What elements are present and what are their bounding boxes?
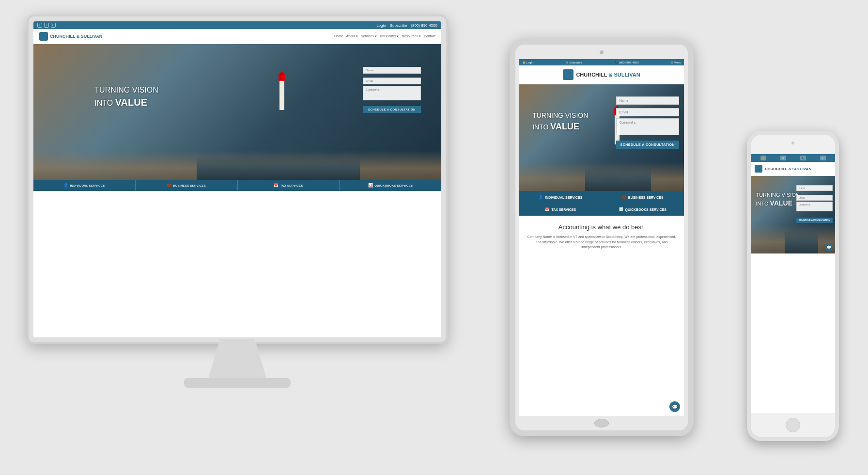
tablet-tax-label: TAX SERVICES	[551, 208, 576, 211]
tablet-topbar: 🔒 Login ✉ Subscribe 📞 (800) 896-4500 ≡ M…	[519, 59, 684, 65]
tablet-business-icon: 💼	[622, 195, 626, 199]
phone-frame: 🔒 ✉ 📞 ≡ CHURCHILL & SULLIVAN	[747, 131, 839, 441]
phone-comments-input[interactable]	[796, 202, 833, 211]
twitter-icon[interactable]: t	[44, 23, 49, 28]
nav-contact[interactable]: Contact	[424, 34, 435, 38]
phone-menu-icon[interactable]: ≡	[820, 156, 826, 160]
logo-icon	[39, 32, 48, 41]
service-tax-label: TAX SERVICES	[280, 184, 303, 187]
tablet-hero-line1: TURNING VISION	[532, 111, 588, 121]
phone-home-button[interactable]	[786, 418, 800, 432]
service-business[interactable]: 💼 BUSINESS SERVICES	[136, 180, 238, 191]
phone-hero-text: TURNING VISION INTO VALUE	[756, 191, 799, 208]
nav-tax-center[interactable]: Tax Center ▾	[380, 34, 399, 38]
service-individual-label: INDIVIDUAL SERVICES	[70, 184, 105, 187]
service-quickbooks-label: QUICKBOOKS SERVICES	[374, 184, 413, 187]
tablet-screen: 🔒 Login ✉ Subscribe 📞 (800) 896-4500 ≡ M…	[519, 59, 684, 416]
tablet-hero: TURNING VISION INTO VALUE SCHEDULE A CON…	[519, 84, 684, 191]
monitor-stand	[208, 339, 266, 378]
tablet-frame: 🔒 Login ✉ Subscribe 📞 (800) 896-4500 ≡ M…	[510, 39, 694, 436]
phone-call-icon: 📞	[800, 156, 806, 160]
nav-services[interactable]: Services ▾	[361, 34, 377, 38]
phone-link[interactable]: (800) 896-4500	[411, 23, 437, 28]
tablet-brand-amp: &	[608, 72, 614, 78]
hero-background: TURNING VISION INTO VALUE SCHEDULE A CON…	[33, 44, 441, 180]
hero-email-input[interactable]	[363, 78, 421, 84]
tablet-hero-text: TURNING VISION INTO VALUE	[532, 111, 588, 133]
desktop-nav-links: Home About ▾ Services ▾ Tax Center ▾ Res…	[334, 34, 435, 38]
tablet-hero-value: VALUE	[550, 122, 579, 131]
hero-schedule-button[interactable]: SCHEDULE A CONSULTATION	[363, 106, 421, 113]
tablet-about-section: Accounting is what we do best. Company N…	[519, 216, 684, 258]
service-tax[interactable]: 📅 TAX SERVICES	[238, 180, 340, 191]
nav-home[interactable]: Home	[334, 34, 343, 38]
desktop-monitor: f t in Login Subscribe (800) 896-4500	[27, 15, 448, 393]
phone-hero-line1: TURNING VISION	[756, 191, 799, 199]
tablet-logo: CHURCHILL & SULLIVAN	[563, 69, 640, 80]
desktop-hero: TURNING VISION INTO VALUE SCHEDULE A CON…	[33, 44, 441, 180]
facebook-icon[interactable]: f	[37, 23, 42, 28]
tablet-brand-part2: SULLIVAN	[614, 72, 640, 78]
lighthouse-decoration	[278, 71, 286, 110]
service-quickbooks[interactable]: 📊 QUICKBOOKS SERVICES	[340, 180, 441, 191]
tablet-quickbooks-icon: 📊	[619, 207, 623, 211]
phone-water	[785, 229, 819, 253]
tablet-comments-input[interactable]	[616, 118, 679, 135]
hero-comments-input[interactable]	[363, 86, 421, 100]
tablet-service-individual[interactable]: 👤 INDIVIDUAL SERVICES	[520, 191, 602, 203]
tablet-service-quickbooks[interactable]: 📊 QUICKBOOKS SERVICES	[602, 204, 684, 215]
tablet-services-grid: 👤 INDIVIDUAL SERVICES 💼 BUSINESS SERVICE…	[519, 191, 684, 216]
tablet-name-input[interactable]	[616, 96, 679, 105]
tablet-camera	[600, 50, 604, 54]
phone-chat-icon[interactable]: 💬	[825, 243, 833, 251]
hero-name-input[interactable]	[363, 67, 421, 74]
tablet-login[interactable]: 🔒 Login	[522, 61, 533, 64]
phone-logo-text: CHURCHILL & SULLIVAN	[765, 167, 811, 171]
tablet-individual-icon: 👤	[539, 195, 543, 199]
phone-topbar: 🔒 ✉ 📞 ≡	[751, 154, 835, 162]
tablet-service-tax[interactable]: 📅 TAX SERVICES	[520, 204, 602, 215]
phone-hero-form: SCHEDULE A CONSULTATION	[796, 182, 833, 223]
tablet-chat-icon[interactable]: 💬	[669, 401, 680, 412]
hero-value: VALUE	[115, 97, 147, 108]
tablet-individual-label: INDIVIDUAL SERVICES	[545, 196, 582, 199]
monitor-screen: f t in Login Subscribe (800) 896-4500	[33, 21, 441, 337]
tablet-hero-form: SCHEDULE A CONSULTATION	[616, 95, 679, 149]
tablet-home-button[interactable]	[594, 419, 609, 428]
tablet-schedule-button[interactable]: SCHEDULE A CONSULTATION	[616, 141, 679, 149]
individual-icon: 👤	[63, 183, 68, 188]
linkedin-icon[interactable]: in	[51, 23, 56, 28]
tablet-water	[585, 167, 651, 191]
service-individual[interactable]: 👤 INDIVIDUAL SERVICES	[33, 180, 136, 191]
hero-text: TURNING VISION INTO VALUE	[94, 85, 158, 109]
phone-hero-line2: INTO VALUE	[756, 199, 799, 208]
tablet-tax-icon: 📅	[545, 207, 549, 211]
tablet-subscribe[interactable]: ✉ Subscribe	[566, 61, 582, 64]
desktop-logo: CHURCHILL & SULLIVAN	[39, 32, 102, 41]
monitor-frame: f t in Login Subscribe (800) 896-4500	[27, 15, 448, 344]
phone-mail-icon: ✉	[780, 156, 786, 160]
phone-hero-value: VALUE	[770, 199, 792, 207]
tablet-email-input[interactable]	[616, 108, 679, 116]
phone-navbar: CHURCHILL & SULLIVAN	[751, 162, 835, 176]
phone-schedule-button[interactable]: SCHEDULE A CONSULTATION	[796, 218, 833, 223]
scene: f t in Login Subscribe (800) 896-4500	[0, 0, 868, 475]
login-link[interactable]: Login	[376, 23, 386, 28]
lighthouse-tower	[279, 81, 284, 110]
tablet-service-business[interactable]: 💼 BUSINESS SERVICES	[602, 191, 684, 203]
tablet-device: 🔒 Login ✉ Subscribe 📞 (800) 896-4500 ≡ M…	[510, 39, 694, 436]
phone-name-input[interactable]	[796, 185, 833, 191]
nav-about[interactable]: About ▾	[346, 34, 358, 38]
nav-resources[interactable]: Resources ▾	[402, 34, 420, 38]
phone-logo-icon	[755, 165, 762, 173]
social-icons: f t in	[37, 23, 56, 28]
quickbooks-icon: 📊	[368, 183, 373, 188]
business-icon: 💼	[167, 183, 171, 188]
phone-hero: TURNING VISION INTO VALUE SCHEDULE A CON…	[751, 176, 835, 253]
tablet-menu[interactable]: ≡ Menu	[671, 61, 681, 64]
logo-text: CHURCHILL & SULLIVAN	[50, 34, 102, 39]
tax-icon: 📅	[274, 183, 279, 188]
tablet-phone[interactable]: 📞 (800) 896-4500	[615, 61, 639, 64]
subscribe-link[interactable]: Subscribe	[390, 23, 407, 28]
phone-email-input[interactable]	[796, 195, 833, 201]
